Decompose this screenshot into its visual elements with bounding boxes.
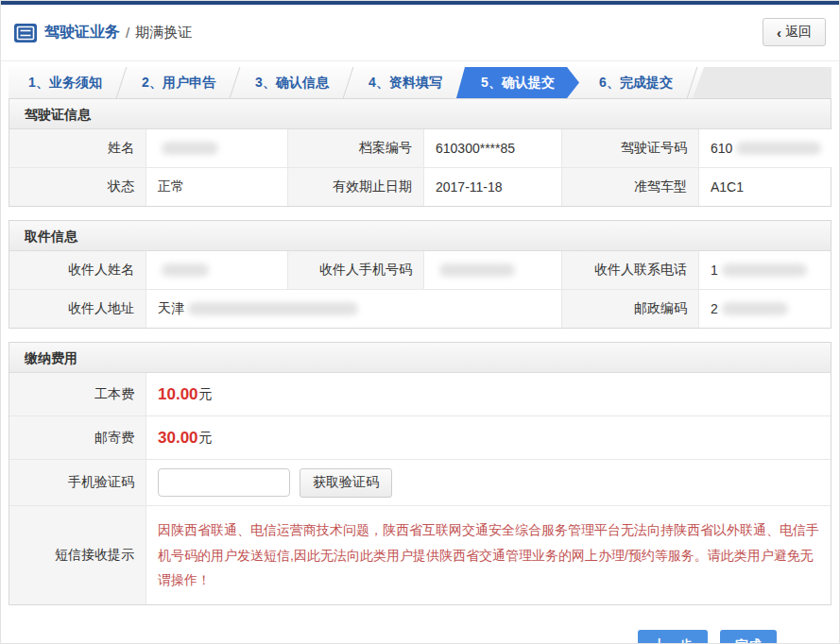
- sms-code-field: 获取验证码: [146, 460, 831, 505]
- step-tab-4[interactable]: 4、资料填写: [349, 67, 462, 98]
- field-value-name: [146, 129, 287, 167]
- field-label-vehicle-class: 准驾车型: [561, 168, 698, 206]
- step-tab-6[interactable]: 6、完成提交: [579, 67, 693, 98]
- production-fee-amount: 10.00: [158, 385, 198, 404]
- field-value-contact-phone: 1: [698, 251, 831, 289]
- tabs-filler: [693, 67, 831, 98]
- sms-notice-cell: 因陕西省联通、电信运营商技术问题，陕西省互联网交通安全综合服务管理平台无法向持陕…: [146, 506, 831, 604]
- field-value-production-fee: 10.00元: [146, 373, 831, 415]
- step-tab-1[interactable]: 1、业务须知: [9, 67, 122, 98]
- field-label-postage-fee: 邮寄费: [9, 416, 146, 459]
- step-tab-5-active[interactable]: 5、确认提交: [456, 67, 579, 98]
- fees-section-title: 缴纳费用: [9, 343, 831, 373]
- table-row: 短信接收提示 因陕西省联通、电信运营商技术问题，陕西省互联网交通安全综合服务管理…: [9, 506, 831, 604]
- license-info-section: 驾驶证信息 姓名 档案编号 610300****85 驾驶证号码 610 状态 …: [9, 98, 831, 207]
- fees-section: 缴纳费用 工本费 10.00元 邮寄费 30.00元 手机验证码 获取验证码 短…: [9, 342, 831, 605]
- field-label-sms-notice: 短信接收提示: [9, 506, 146, 604]
- field-value-postage-fee: 30.00元: [146, 416, 831, 459]
- table-row: 姓名 档案编号 610300****85 驾驶证号码 610: [9, 129, 831, 168]
- redacted-value: [722, 263, 807, 277]
- bottom-actions: 上一步 完成: [1, 619, 839, 644]
- field-value-recipient-mobile: [423, 251, 561, 289]
- sms-code-input[interactable]: [158, 468, 290, 497]
- field-label-status: 状态: [9, 168, 146, 206]
- breadcrumb-current: 期满换证: [135, 24, 192, 42]
- field-label-recipient-name: 收件人姓名: [9, 251, 146, 289]
- field-value-postal-code: 2: [698, 290, 831, 328]
- table-row: 手机验证码 获取验证码: [9, 460, 831, 506]
- previous-step-button[interactable]: 上一步: [638, 630, 708, 644]
- get-sms-code-button[interactable]: 获取验证码: [300, 468, 392, 498]
- step-tab-2[interactable]: 2、用户申告: [122, 67, 235, 98]
- pickup-section-title: 取件信息: [9, 221, 831, 251]
- table-row: 邮寄费 30.00元: [9, 416, 831, 460]
- license-list-icon: [14, 24, 37, 42]
- field-value-address: 天津: [146, 290, 561, 328]
- table-row: 状态 正常 有效期止日期 2017-11-18 准驾车型 A1C1: [9, 168, 831, 206]
- field-label-production-fee: 工本费: [9, 373, 146, 415]
- sms-notice-text: 因陕西省联通、电信运营商技术问题，陕西省互联网交通安全综合服务管理平台无法向持陕…: [158, 517, 819, 593]
- page-header: 驾驶证业务 / 期满换证 ‹ 返回: [1, 5, 839, 61]
- field-value-file-no: 610300****85: [423, 129, 561, 167]
- redacted-value: [736, 142, 821, 155]
- field-value-recipient-name: [146, 251, 287, 289]
- field-label-license-no: 驾驶证号码: [561, 129, 698, 167]
- field-label-postal-code: 邮政编码: [561, 290, 698, 328]
- redacted-value: [188, 302, 358, 315]
- field-value-expiry: 2017-11-18: [423, 168, 561, 206]
- table-row: 收件人姓名 收件人手机号码 收件人联系电话 1: [9, 251, 831, 290]
- finish-button[interactable]: 完成: [720, 630, 777, 644]
- field-label-sms-code: 手机验证码: [9, 460, 146, 505]
- field-label-file-no: 档案编号: [287, 129, 423, 167]
- field-label-contact-phone: 收件人联系电话: [561, 251, 698, 289]
- field-value-status: 正常: [146, 168, 287, 206]
- table-row: 收件人地址 天津 邮政编码 2: [9, 290, 831, 328]
- pickup-info-section: 取件信息 收件人姓名 收件人手机号码 收件人联系电话 1 收件人地址 天津 邮政…: [9, 220, 831, 329]
- field-label-recipient-mobile: 收件人手机号码: [287, 251, 423, 289]
- fee-unit: 元: [199, 430, 213, 447]
- step-tabs: 1、业务须知 2、用户申告 3、确认信息 4、资料填写 5、确认提交 6、完成提…: [9, 67, 831, 98]
- field-label-name: 姓名: [9, 129, 146, 167]
- redacted-value: [439, 263, 515, 277]
- step-tab-3[interactable]: 3、确认信息: [235, 67, 349, 98]
- license-section-title: 驾驶证信息: [9, 99, 831, 129]
- fee-unit: 元: [199, 386, 213, 403]
- back-button[interactable]: ‹ 返回: [763, 18, 826, 46]
- field-value-license-no: 610: [698, 129, 832, 167]
- breadcrumb-separator: /: [126, 25, 129, 41]
- postage-fee-amount: 30.00: [158, 429, 198, 448]
- redacted-value: [162, 142, 218, 155]
- table-row: 工本费 10.00元: [9, 373, 831, 416]
- field-label-address: 收件人地址: [9, 290, 146, 328]
- chevron-left-icon: ‹: [777, 25, 781, 40]
- field-label-expiry: 有效期止日期: [287, 168, 423, 206]
- page-title: 驾驶证业务: [44, 23, 120, 42]
- field-value-vehicle-class: A1C1: [698, 168, 831, 206]
- redacted-value: [722, 302, 788, 315]
- back-button-label: 返回: [785, 24, 812, 41]
- redacted-value: [162, 263, 209, 277]
